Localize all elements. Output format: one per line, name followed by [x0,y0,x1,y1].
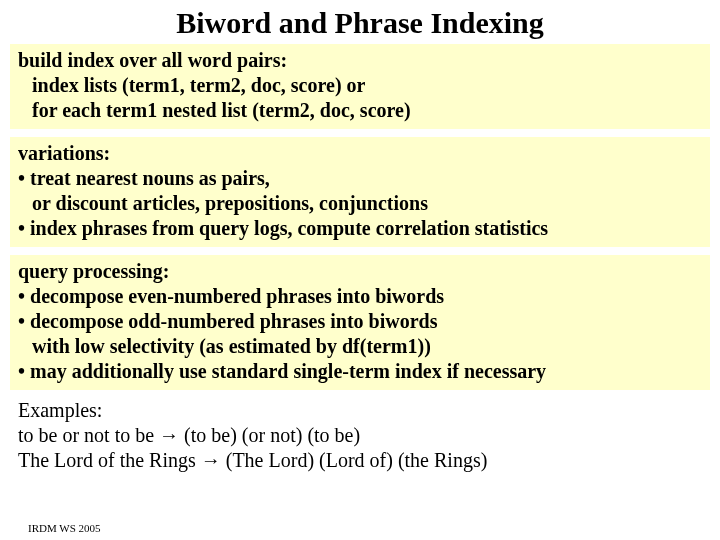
block-query-processing: query processing: • decompose even-numbe… [10,255,710,390]
footer-text: IRDM WS 2005 [28,522,101,534]
examples-label: Examples: [18,398,702,423]
bullet-line: • index phrases from query logs, compute… [18,216,702,241]
example-line: to be or not to be → (to be) (or not) (t… [18,423,702,448]
block-build-index: build index over all word pairs: index l… [10,44,710,129]
bullet-line: • may additionally use standard single-t… [18,359,702,384]
block-examples: Examples: to be or not to be → (to be) (… [10,398,710,473]
text-line: index lists (term1, term2, doc, score) o… [18,73,702,98]
text-line: for each term1 nested list (term2, doc, … [18,98,702,123]
text-line: variations: [18,141,702,166]
bullet-line: • decompose even-numbered phrases into b… [18,284,702,309]
text-line: build index over all word pairs: [18,48,702,73]
slide: Biword and Phrase Indexing build index o… [0,0,720,540]
example-line: The Lord of the Rings → (The Lord) (Lord… [18,448,702,473]
slide-title: Biword and Phrase Indexing [0,0,720,44]
block-variations: variations: • treat nearest nouns as pai… [10,137,710,247]
bullet-line: • treat nearest nouns as pairs, [18,166,702,191]
bullet-line: • decompose odd-numbered phrases into bi… [18,309,702,334]
text-line: query processing: [18,259,702,284]
text-line: or discount articles, prepositions, conj… [18,191,702,216]
text-line: with low selectivity (as estimated by df… [18,334,702,359]
